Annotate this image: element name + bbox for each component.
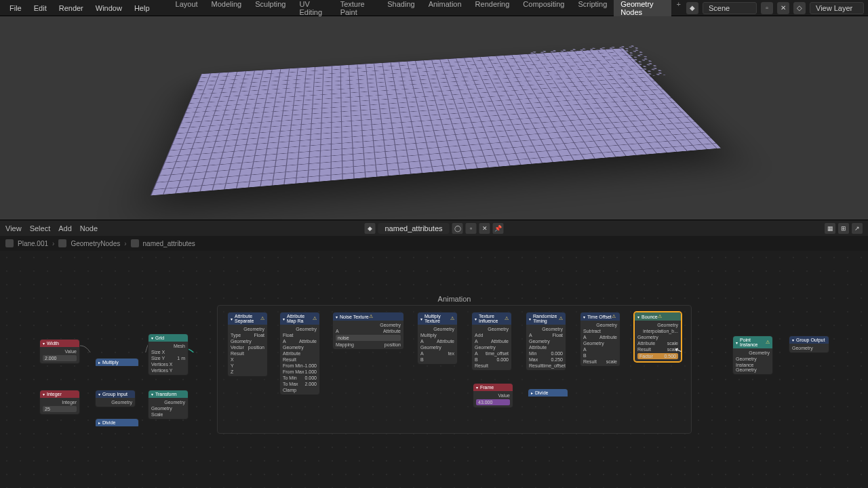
node-tex-inf-header[interactable]: ▾Texture Influence⚠: [472, 312, 511, 325]
node-grid[interactable]: ▾Grid Mesh Size X Size Y1 m Vertices X V…: [148, 333, 189, 375]
node-divide2-header[interactable]: ▸Divide: [528, 389, 568, 396]
node-noise-header[interactable]: ▾Noise Texture⚠: [333, 312, 403, 321]
warning-icon: ⚠: [505, 316, 509, 321]
fake-user-icon[interactable]: ▫: [466, 223, 477, 234]
node-bounce[interactable]: ▾Bounce⚠ Geometry interpolation_b... Geo…: [634, 312, 682, 362]
breadcrumb-object[interactable]: Plane.001: [18, 240, 48, 247]
warning-icon: ⚠: [766, 340, 770, 345]
node-grid-header[interactable]: ▾Grid: [149, 334, 188, 342]
grid-plane: [151, 48, 721, 195]
node-tree-name[interactable]: named_attributes: [378, 223, 450, 234]
node-multiply-texture[interactable]: ▾Multiply Texture⚠ Geometry Multiply AAt…: [417, 312, 458, 365]
pin-icon[interactable]: 📌: [493, 223, 504, 234]
node-group-output-header[interactable]: ▾Group Output: [789, 336, 829, 344]
warning-icon: ⚠: [369, 314, 373, 319]
node-attribute-separate[interactable]: ▾Attribute Separate⚠ Geometry TypeFloat …: [227, 312, 268, 377]
bounce-factor[interactable]: Factor 0.500: [637, 353, 678, 359]
node-rand-time-header[interactable]: ▾Randomize Timing⚠: [526, 312, 566, 325]
node-multiply-header[interactable]: ▸Multiply: [96, 359, 138, 366]
grid-mesh-preview: [151, 48, 721, 195]
node-attribute-map-range[interactable]: ▾Attribute Map Ra⚠ Geometry Float AAttri…: [279, 312, 320, 395]
node-graph-area[interactable]: Animation ▾Width Value 2.000 ▾Integer In…: [0, 251, 868, 488]
node-point-instance[interactable]: ▾Point Instance⚠ Geometry Geometry Insta…: [732, 336, 773, 375]
node-point-instance-header[interactable]: ▾Point Instance⚠: [733, 336, 772, 348]
node-header-right: ▦ ⊞ ↗: [825, 223, 863, 234]
node-menu-select[interactable]: Select: [30, 224, 51, 232]
modifier-icon: [58, 239, 66, 247]
menu-render[interactable]: Render: [54, 2, 89, 14]
arrow-icon[interactable]: ↗: [852, 223, 863, 234]
main-menu: File Edit Render Window Help: [4, 2, 155, 14]
node-width-header[interactable]: ▾Width: [40, 340, 79, 347]
node-menu-view[interactable]: View: [5, 224, 22, 232]
chevron-right-icon: ›: [124, 240, 126, 247]
menu-edit[interactable]: Edit: [28, 2, 52, 14]
node-transform-header[interactable]: ▾Transform: [149, 390, 188, 398]
node-group-output[interactable]: ▾Group Output Geometry: [789, 336, 829, 353]
width-value[interactable]: 2.000: [43, 355, 77, 361]
close-icon[interactable]: ✕: [479, 223, 490, 234]
node-divide[interactable]: ▸Divide: [95, 418, 139, 427]
node-menu-add[interactable]: Add: [58, 224, 72, 232]
node-frame-header[interactable]: ▾Frame: [473, 384, 513, 391]
node-noise-texture[interactable]: ▾Noise Texture⚠ Geometry AAttribute nois…: [332, 312, 404, 350]
node-editor-header: View Select Add Node ◆ named_attributes …: [0, 220, 868, 236]
node-frame-value[interactable]: ▾Frame Value 43.000: [473, 383, 513, 408]
breadcrumb: Plane.001 › GeometryNodes › named_attrib…: [0, 236, 868, 251]
snap-icon[interactable]: ⊞: [838, 223, 849, 234]
breadcrumb-modifier[interactable]: GeometryNodes: [71, 240, 120, 247]
scene-new-icon[interactable]: ▫: [761, 2, 773, 14]
tree-browse-icon[interactable]: ◆: [365, 223, 376, 234]
view-layer-input[interactable]: View Layer: [810, 2, 864, 14]
overlay-icon[interactable]: ▦: [825, 223, 835, 234]
integer-value[interactable]: 25: [43, 406, 77, 412]
node-divide-header[interactable]: ▸Divide: [96, 419, 138, 426]
node-group-input[interactable]: ▾Group Input Geometry: [95, 390, 136, 407]
warning-icon: ⚠: [559, 316, 563, 321]
node-width[interactable]: ▾Width Value 2.000: [39, 339, 80, 364]
warning-icon: ⚠: [612, 314, 616, 319]
warning-icon: ⚠: [313, 316, 317, 321]
node-time-offset[interactable]: ▾Time Offset⚠ Geometry Subtract AAttribu…: [580, 312, 620, 367]
node-tree-selector: ◆ named_attributes ◯ ▫ ✕ 📌: [365, 223, 504, 234]
node-menu-node[interactable]: Node: [80, 224, 98, 232]
node-divide-2[interactable]: ▸Divide: [528, 388, 568, 397]
scene-browse-icon[interactable]: ◆: [686, 2, 698, 14]
frame-title: Animation: [438, 295, 471, 303]
node-bounce-header[interactable]: ▾Bounce⚠: [635, 312, 681, 321]
node-time-off-header[interactable]: ▾Time Offset⚠: [580, 312, 620, 321]
node-attr-map-header[interactable]: ▾Attribute Map Ra⚠: [280, 312, 319, 325]
menu-file[interactable]: File: [4, 2, 27, 14]
chevron-right-icon: ›: [52, 240, 54, 247]
breadcrumb-group[interactable]: named_attributes: [143, 240, 195, 247]
warning-icon: ⚠: [260, 316, 264, 321]
node-texture-influence[interactable]: ▾Texture Influence⚠ Geometry Add AAttrib…: [471, 312, 512, 371]
scene-name-input[interactable]: Scene: [703, 2, 757, 14]
node-mult-tex-header[interactable]: ▾Multiply Texture⚠: [418, 312, 457, 325]
node-attr-sep-header[interactable]: ▾Attribute Separate⚠: [228, 312, 267, 325]
warning-icon: ⚠: [450, 316, 454, 321]
object-icon: [5, 239, 14, 247]
viewport-3d[interactable]: [0, 16, 868, 220]
node-randomize-timing[interactable]: ▾Randomize Timing⚠ Geometry AFloat Geome…: [526, 312, 566, 371]
node-multiply[interactable]: ▸Multiply: [95, 358, 139, 367]
shield-icon[interactable]: ◯: [452, 223, 463, 234]
node-integer-header[interactable]: ▾Integer: [40, 390, 79, 398]
warning-icon: ⚠: [658, 314, 662, 319]
scattered-instances: [528, 45, 668, 83]
nodetree-icon: [131, 239, 139, 247]
layer-browse-icon[interactable]: ◇: [793, 2, 806, 14]
frame-value[interactable]: 43.000: [476, 399, 510, 405]
top-right-controls: ◆ Scene ▫ ✕ ◇ View Layer: [686, 2, 864, 14]
scene-delete-icon[interactable]: ✕: [777, 2, 789, 14]
menu-window[interactable]: Window: [90, 2, 127, 14]
node-integer[interactable]: ▾Integer Integer 25: [39, 390, 80, 415]
top-menu-bar: File Edit Render Window Help Layout Mode…: [0, 0, 868, 16]
node-transform[interactable]: ▾Transform Geometry Geometry Scale: [148, 390, 189, 420]
menu-help[interactable]: Help: [129, 2, 155, 14]
noise-result-field[interactable]: noise: [336, 335, 401, 341]
node-group-input-header[interactable]: ▾Group Input: [96, 390, 135, 398]
